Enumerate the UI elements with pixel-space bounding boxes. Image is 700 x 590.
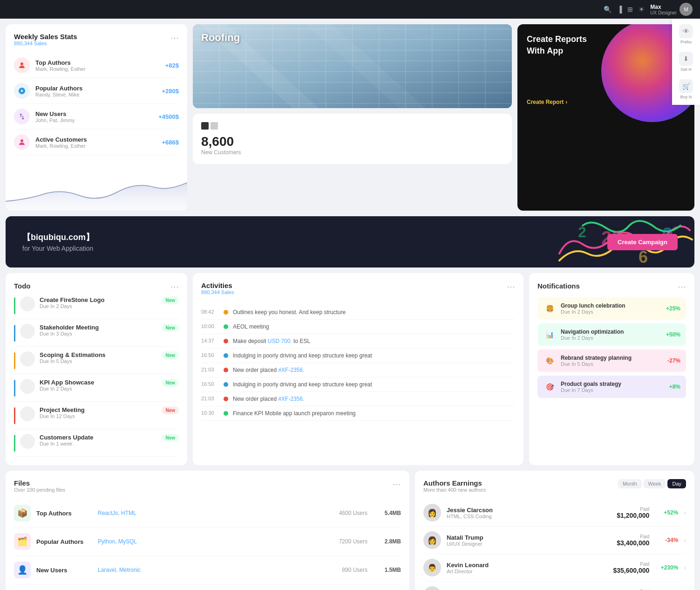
brightness-icon[interactable]: ☀ [639,6,645,13]
files-header: Files Over 100 pending files ⋯ [14,479,401,493]
activity-time: 21:03 [201,367,219,372]
todo-item: Project Meeting Due In 12 Days New [14,402,179,429]
file-icon: 📦 [14,505,31,521]
notif-icon: 🍔 [543,302,556,315]
notif-name: Group lunch celebration [561,302,661,309]
file-icon: 🗂️ [14,533,31,550]
files-menu[interactable]: ⋯ [393,479,401,489]
todo-avatar [20,324,35,339]
equalizer-icon[interactable]: ▐ [617,6,622,13]
popular-authors-name: Popular Authors [35,85,162,92]
activity-item: 21:03 New order placed #XF-2356. [201,363,515,377]
file-users: 890 Users [330,567,367,573]
activity-text: New order placed #XF-2356. [233,367,515,373]
authors-list: 👩 Jessie Clarcson HTML, CSS Coding Paid … [423,499,686,590]
notif-due: Due In 2 Days [561,335,661,341]
activity-dot [224,411,228,416]
authors-subtitle: More than 400 new authors [423,487,486,493]
avatar[interactable]: M [680,3,693,16]
create-campaign-button[interactable]: Create Campaign [607,234,678,250]
activities-list: 08:42 Outlines keep you honest. And keep… [201,305,515,421]
author-chevron[interactable]: › [684,536,686,544]
top-authors-names: Mark, Rowling, Esther [35,66,165,72]
activities-menu[interactable]: ⋯ [507,281,515,292]
todo-item-due: Due In 5 Days [40,358,157,364]
todo-badge: New [162,406,179,414]
notif-value: -27% [667,357,680,364]
file-size: 2.8MB [373,538,401,545]
todo-item: Stakeholder Meeting Due In 3 Days New [14,319,179,347]
activity-text: Indulging in poorly driving and keep str… [233,381,515,388]
activity-text: New order placed #XF-2356. [233,396,515,402]
notif-name: Navigation optimization [561,329,661,335]
authors-earnings-card: Authors Earnings More than 400 new autho… [415,471,694,590]
weekly-sales-menu[interactable]: ⋯ [170,33,179,43]
activities-card: Activities 890,344 Sales ⋯ 08:42 Outline… [193,273,523,465]
notification-item: 📊 Navigation optimization Due In 2 Days … [537,323,686,346]
popular-authors-value: +280$ [162,88,179,95]
activity-text: Make deposit USD 700. to ESL [233,338,515,344]
files-title: Files [14,479,65,487]
author-amount: $1,200,000 [617,512,649,519]
author-change: +230% [655,564,678,571]
side-panel-item[interactable]: 👁 Prebu [679,24,693,44]
new-users-icon [14,109,30,124]
active-customers-icon [14,134,30,150]
file-name: New Users [36,567,92,574]
todo-item-name: Stakeholder Meeting [40,324,157,331]
customers-label: New Customers [201,149,503,156]
activity-item: 14:37 Make deposit USD 700. to ESL [201,334,515,349]
activity-time: 21:03 [201,396,219,401]
notif-value: +25% [666,305,680,312]
notifications-card: Notifications ⋯ 🍔 Group lunch celebratio… [529,273,694,465]
files-subtitle: Over 100 pending files [14,487,65,493]
todo-avatar [20,379,35,394]
todo-item: Scoping & Estimations Due In 5 Days New [14,347,179,374]
svg-point-1 [20,139,23,142]
create-reports-card: Create ReportsWith App Create Report › [517,24,694,211]
roofing-image [193,24,512,108]
todo-badge: New [162,434,179,442]
activity-time: 10:00 [201,323,219,329]
author-row: 👩 Jessie Clarcson HTML, CSS Coding Paid … [423,499,686,527]
author-chevron[interactable]: › [684,564,686,571]
author-avatar: 👨 [423,559,441,576]
grid-icon[interactable]: ⊞ [627,6,633,13]
period-month[interactable]: Month [618,479,642,488]
side-panel-item[interactable]: ⬇ Get H [679,52,693,72]
activity-time: 16:50 [201,352,219,358]
side-panel-icon: 👁 [679,24,693,38]
author-amount: $35,600,000 [613,567,649,574]
todo-menu[interactable]: ⋯ [170,281,179,292]
period-day[interactable]: Day [667,479,686,488]
activity-time: 16:50 [201,381,219,387]
activity-dot [224,382,228,387]
author-avatar: 👩 [423,531,441,549]
square-light [211,122,218,130]
period-week[interactable]: Week [644,479,666,488]
search-icon[interactable]: 🔍 [604,6,612,13]
author-change: +52% [655,509,678,516]
activity-text: AEOL meeting [233,323,515,330]
todo-badge: New [162,296,179,304]
new-users-names: John, Pat, Jimmy [35,117,158,123]
activity-dot [224,324,228,329]
notif-value: +8% [669,384,680,390]
notifications-menu[interactable]: ⋯ [678,281,686,292]
side-panel-item[interactable]: 🛒 Buy N [679,79,693,99]
todo-avatar [20,406,35,421]
todo-color-bar [14,352,15,369]
create-report-link[interactable]: Create Report › [527,99,567,105]
new-customers-card: 8,600 New Customers [193,114,512,164]
top-authors-name: Top Authors [35,59,165,66]
todo-item-name: Scoping & Estimations [40,351,157,358]
author-name: Jessie Clarcson [447,507,611,514]
todo-title: Todo [14,282,31,290]
active-customers-value: +686$ [162,139,179,146]
user-profile[interactable]: Max UX Designer M [650,3,693,16]
file-row: 👤 New Users Laravel, Metronic 890 Users … [14,556,401,584]
author-chevron[interactable]: › [684,509,686,516]
activity-text: Indulging in poorly driving and keep str… [233,352,515,359]
todo-item-due: Due In 2 Days [40,386,157,391]
activity-text: Outlines keep you honest. And keep struc… [233,309,515,316]
